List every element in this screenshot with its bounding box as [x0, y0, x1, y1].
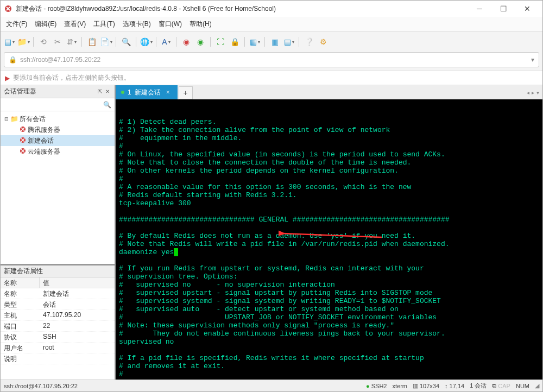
- status-bar: ssh://root@47.107.95.20:22 ●SSH2 xterm ▥…: [1, 380, 542, 391]
- terminal-line: [119, 224, 539, 232]
- prop-key: 类型: [1, 299, 40, 309]
- terminal-line: # By default Redis does not run as a dae…: [119, 232, 539, 240]
- property-row: 名称新建会话: [1, 288, 115, 299]
- prop-value: 22: [40, 321, 53, 331]
- prop-key: 主机: [1, 310, 40, 320]
- address-bar[interactable]: 🔒 ssh://root@47.107.95.20:22 ▾: [4, 52, 539, 67]
- terminal-line: # If a pid file is specified, Redis writ…: [119, 354, 539, 362]
- menu-tabs[interactable]: 选项卡(B): [123, 20, 151, 29]
- terminal-line: # Redis default starting with Redis 3.2.…: [119, 191, 539, 199]
- terminal-line: daemonize yes: [119, 248, 539, 256]
- terminal-line: # On Linux, the specified value (in seco…: [119, 150, 539, 159]
- property-row: 端口22: [1, 321, 115, 332]
- tab-active[interactable]: 1 新建会话 ×: [116, 85, 178, 99]
- reconnect-icon[interactable]: ⟲: [38, 36, 49, 47]
- col-value: 值: [40, 277, 53, 288]
- layout-icon[interactable]: ▦: [249, 36, 260, 47]
- session-tree: ⊟ 📁 所有会话 腾讯服务器新建会话云端服务器: [1, 111, 115, 159]
- disconnect-icon[interactable]: ✂: [52, 36, 63, 47]
- search-icon: 🔍: [103, 101, 111, 109]
- prop-key: 用户名: [1, 343, 40, 353]
- find-icon[interactable]: 🔍: [121, 36, 131, 47]
- resize-grip-icon[interactable]: ◢: [535, 382, 539, 389]
- new-session-icon[interactable]: ▤: [4, 36, 15, 47]
- tree-root-label: 所有会话: [20, 115, 46, 124]
- property-row: 用户名root: [1, 343, 115, 353]
- terminal-line: # supervised no - no supervision interac…: [119, 281, 539, 289]
- copy-icon[interactable]: 📋: [86, 36, 97, 47]
- terminal-line: [119, 207, 539, 216]
- tree-item[interactable]: 腾讯服务器: [1, 124, 115, 135]
- fullscreen-icon[interactable]: ⛶: [215, 36, 226, 47]
- property-row: 协议SSH: [1, 332, 115, 343]
- menu-tools[interactable]: 工具(T): [93, 20, 115, 29]
- menubar: 文件(F) 编辑(E) 查看(V) 工具(T) 选项卡(B) 窗口(W) 帮助(…: [1, 17, 542, 31]
- tip-text: 要添加当前会话，点击左侧的箭头按钮。: [13, 73, 130, 83]
- session-icon: [19, 136, 27, 146]
- address-lock-icon: 🔒: [9, 56, 17, 64]
- menu-help[interactable]: 帮助(H): [190, 20, 212, 29]
- tile-h-icon[interactable]: ▥: [269, 36, 280, 47]
- menu-edit[interactable]: 编辑(E): [35, 20, 56, 29]
- close-button[interactable]: ✕: [515, 1, 539, 16]
- tabstrip-prev-icon[interactable]: ◂: [527, 90, 529, 96]
- collapse-icon[interactable]: ⊟: [4, 116, 9, 122]
- lock-icon[interactable]: 🔒: [229, 36, 240, 47]
- properties-panel: 新建会话属性 名称 值 名称新建会话类型会话主机47.107.95.20端口22…: [1, 265, 115, 380]
- menu-view[interactable]: 查看(V): [64, 20, 86, 29]
- terminal-line: #: [119, 370, 539, 378]
- settings-icon[interactable]: ⚙: [318, 36, 329, 47]
- prop-value: 47.107.95.20: [40, 310, 84, 320]
- open-session-icon[interactable]: 📁: [18, 36, 29, 47]
- menu-window[interactable]: 窗口(W): [159, 20, 182, 29]
- status-num: NUM: [516, 383, 529, 389]
- tabstrip-next-icon[interactable]: ▸: [532, 90, 534, 96]
- sidebar: 会话管理器 ⇱ ✕ 🔍 ⊟ 📁 所有会话 腾讯服务器新建会话云端服务器 新建会话…: [1, 85, 116, 380]
- folder-icon: 📁: [10, 115, 18, 123]
- tip-bar: ▶ 要添加当前会话，点击左侧的箭头按钮。: [1, 71, 542, 85]
- session-search[interactable]: 🔍: [1, 98, 115, 111]
- address-dropdown-icon[interactable]: ▾: [531, 56, 534, 64]
- xshell-green-icon[interactable]: ◉: [195, 36, 206, 47]
- help-icon[interactable]: ❔: [304, 36, 314, 47]
- tree-item[interactable]: 云端服务器: [1, 146, 115, 157]
- status-address: ssh://root@47.107.95.20:22: [4, 383, 78, 389]
- terminal-line: #: [119, 175, 539, 183]
- tree-item-label: 新建会话: [28, 136, 54, 146]
- status-pos: 17,14: [450, 383, 465, 389]
- app-icon: [4, 4, 12, 13]
- window-title: 新建会话 - root@iZ8ldyhwvoda89Z:/usr/local/r…: [16, 4, 468, 14]
- tree-item[interactable]: 新建会话: [1, 135, 115, 146]
- paste-icon[interactable]: 📄: [100, 36, 111, 47]
- toolbar: ▤ 📁 ⟲ ✂ ⇵ 📋 📄 🔍 🌐 A ◉ ◉ ⛶ 🔒 ▦ ▥ ▤ ❔ ⚙: [4, 34, 539, 50]
- property-row: 说明: [1, 353, 115, 364]
- menu-file[interactable]: 文件(F): [6, 20, 27, 29]
- size-icon: ▥: [413, 382, 418, 389]
- font-icon[interactable]: A: [161, 36, 172, 47]
- xshell-red-icon[interactable]: ◉: [181, 36, 192, 47]
- status-term: xterm: [393, 383, 408, 389]
- status-cap: CAP: [498, 383, 510, 389]
- transfer-icon[interactable]: ⇵: [66, 36, 77, 47]
- tab-add-button[interactable]: +: [179, 86, 193, 99]
- terminal-line: [119, 256, 539, 264]
- status-size: 107x34: [420, 383, 439, 389]
- terminal[interactable]: # 1) Detect dead peers.# 2) Take the con…: [116, 99, 542, 380]
- terminal-line: # UPSTART_JOB or NOTIFY_SOCKET environme…: [119, 313, 539, 321]
- terminal-line: [119, 346, 539, 354]
- terminal-line: # and removes it at exit.: [119, 362, 539, 370]
- tab-close-icon[interactable]: ×: [164, 88, 172, 96]
- minimize-button[interactable]: ─: [468, 1, 491, 16]
- tab-index: 1: [128, 88, 131, 96]
- pin-icon[interactable]: ⇱: [96, 88, 104, 94]
- panel-close-icon[interactable]: ✕: [104, 88, 111, 94]
- status-ssh: SSH2: [371, 383, 387, 389]
- tree-root[interactable]: ⊟ 📁 所有会话: [1, 113, 115, 124]
- maximize-button[interactable]: ☐: [491, 1, 515, 16]
- tile-v-icon[interactable]: ▤: [283, 36, 294, 47]
- ssh-status-icon: ●: [366, 383, 370, 389]
- col-name: 名称: [1, 277, 40, 288]
- tabstrip-menu-icon[interactable]: ▾: [536, 90, 539, 96]
- globe-icon[interactable]: 🌐: [141, 36, 151, 47]
- terminal-line: # 1) Detect dead peers.: [119, 118, 539, 126]
